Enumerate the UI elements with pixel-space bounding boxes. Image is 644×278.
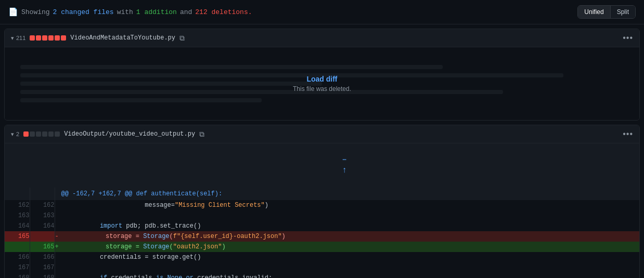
line-num-new: 163 (30, 210, 55, 221)
changed-files-link[interactable]: 2 changed files (53, 8, 114, 16)
sq2-6 (55, 131, 60, 137)
split-button[interactable]: Split (611, 6, 635, 18)
view-toggle: Unified Split (577, 5, 636, 19)
sq-2 (36, 35, 41, 41)
line-code: - storage = Storage(f"{self.user_id}-oau… (55, 231, 639, 242)
and-text: and (180, 8, 192, 16)
hunk-num-new (30, 188, 55, 200)
collapse-button-1[interactable]: ▾ 211 (11, 35, 25, 42)
file-summary: 📄 Showing 2 changed files with 1 additio… (8, 7, 252, 17)
expand-up-icon: ⋯ (343, 156, 346, 164)
line-num-old (5, 242, 30, 252)
table-row: 162 162 message="Missing Client Secrets"… (5, 200, 639, 210)
line-num-old: 164 (5, 221, 30, 231)
diff-squares-2 (23, 131, 60, 137)
line-code: if credentials is None or credentials.in… (55, 273, 639, 278)
line-code (55, 210, 639, 221)
table-row: 167 167 (5, 262, 639, 273)
unified-button[interactable]: Unified (578, 6, 610, 18)
table-row: 168 168 if credentials is None or creden… (5, 273, 639, 278)
filename-1: VideoAndMetadataToYoutube.py (70, 34, 175, 42)
line-num-new: 167 (30, 262, 55, 273)
chevron-down-icon-2: ▾ (11, 131, 14, 138)
addition-text: 1 addition (136, 8, 177, 16)
sq2-4 (42, 131, 47, 137)
sq2-5 (48, 131, 54, 137)
line-code: + storage = Storage("oauth2.json") (55, 242, 639, 252)
sq-4 (48, 35, 54, 41)
deletions-text: 212 deletions. (195, 8, 252, 16)
line-num-new (30, 231, 55, 242)
sq2-1 (23, 131, 29, 137)
hunk-num-old (5, 188, 30, 200)
diff-scroll[interactable]: ⋯ ↑ @@ -162,7 +162,7 @@ def authenticate… (5, 143, 639, 278)
table-row: 164 164 import pdb; pdb.set_trace() (5, 221, 639, 231)
file-header-1: ▾ 211 VideoAndMetadataToYoutube.py ⧉ ••• (5, 29, 639, 47)
copy-path-button-2[interactable]: ⧉ (199, 130, 204, 139)
hunk-header-row: @@ -162,7 +162,7 @@ def authenticate(sel… (5, 188, 639, 200)
line-num-new: 164 (30, 221, 55, 231)
table-row: 165 + storage = Storage("oauth2.json") (5, 242, 639, 252)
line-num-new: 162 (30, 200, 55, 210)
diff-count-1: 211 (16, 35, 25, 41)
file-header-2: ▾ 2 VideoOutput/youtube_video_output.py … (5, 125, 639, 143)
line-code: message="Missing Client Secrets") (55, 200, 639, 210)
file-block-2: ▾ 2 VideoOutput/youtube_video_output.py … (4, 125, 640, 278)
sq-6 (61, 35, 66, 41)
table-row: 165 - storage = Storage(f"{self.user_id}… (5, 231, 639, 242)
sq-3 (42, 35, 47, 41)
expand-up-arrow: ↑ (342, 166, 347, 175)
sq2-2 (30, 131, 35, 137)
table-row: 166 166 credentials = storage.get() (5, 252, 639, 262)
line-num-old: 167 (5, 262, 30, 273)
deleted-label: This file was deleted. (293, 85, 351, 92)
more-options-button-1[interactable]: ••• (623, 33, 633, 43)
filename-2: VideoOutput/youtube_video_output.py (64, 130, 195, 138)
hunk-header-text: @@ -162,7 +162,7 @@ def authenticate(sel… (55, 188, 639, 200)
expand-up-row[interactable]: ⋯ ↑ (5, 143, 639, 188)
showing-text: Showing (21, 8, 50, 16)
line-num-new: 168 (30, 273, 55, 278)
sq-1 (30, 35, 35, 41)
more-options-button-2[interactable]: ••• (623, 129, 633, 139)
line-code: import pdb; pdb.set_trace() (55, 221, 639, 231)
chevron-down-icon: ▾ (11, 35, 14, 42)
line-num-old: 165 (5, 231, 30, 242)
line-num-new: 165 (30, 242, 55, 252)
line-num-old: 166 (5, 252, 30, 262)
file-header-left-1: ▾ 211 VideoAndMetadataToYoutube.py ⧉ (11, 34, 185, 43)
file-block-1: ▾ 211 VideoAndMetadataToYoutube.py ⧉ ••• (4, 29, 640, 121)
sq2-3 (36, 131, 41, 137)
line-code: credentials = storage.get() (55, 252, 639, 262)
top-bar: 📄 Showing 2 changed files with 1 additio… (0, 0, 644, 24)
with-text: with (117, 8, 133, 16)
file-icon: 📄 (8, 7, 18, 17)
line-num-old: 162 (5, 200, 30, 210)
diff-table: ⋯ ↑ @@ -162,7 +162,7 @@ def authenticate… (5, 143, 639, 278)
collapse-button-2[interactable]: ▾ 2 (11, 131, 19, 138)
line-num-old: 163 (5, 210, 30, 221)
bg-lines (5, 47, 639, 120)
diff-squares-1 (30, 35, 66, 41)
file-header-left-2: ▾ 2 VideoOutput/youtube_video_output.py … (11, 130, 204, 139)
line-num-old: 168 (5, 273, 30, 278)
copy-path-button-1[interactable]: ⧉ (179, 34, 185, 43)
deleted-file-area: Load diff This file was deleted. (5, 47, 639, 120)
line-num-new: 166 (30, 252, 55, 262)
sq-5 (55, 35, 60, 41)
load-diff-button[interactable]: Load diff (306, 75, 337, 83)
line-code (55, 262, 639, 273)
table-row: 163 163 (5, 210, 639, 221)
diff-count-2: 2 (16, 131, 19, 137)
